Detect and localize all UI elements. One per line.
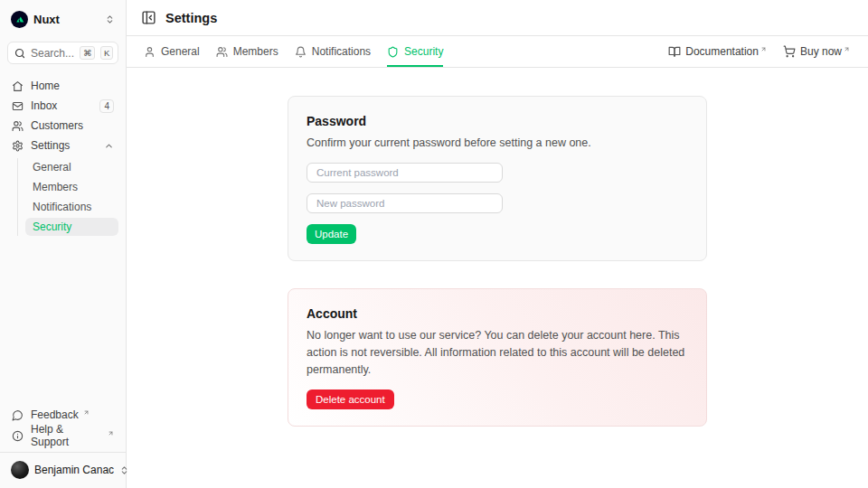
page-header: Settings <box>127 0 868 36</box>
account-card-description: No longer want to use our service? You c… <box>307 327 688 379</box>
settings-tab-bar: General Members Notifications Security <box>127 36 868 68</box>
settings-sub-list: General Members Notifications Security <box>17 158 118 236</box>
sidebar-item-label: Home <box>31 80 60 92</box>
main-panel: Settings General Members Notifications S… <box>127 0 868 488</box>
sidebar-item-members[interactable]: Members <box>25 178 118 196</box>
feedback-label: Feedback <box>31 408 79 421</box>
user-menu[interactable]: Benjamin Canac <box>7 453 118 481</box>
user-name: Benjamin Canac <box>34 464 114 476</box>
workspace-name: Nuxt <box>33 13 60 26</box>
tab-notifications[interactable]: Notifications <box>295 36 371 67</box>
tab-label: Security <box>404 45 443 58</box>
nuxt-logo-icon <box>11 11 28 28</box>
workspace-switcher[interactable]: Nuxt <box>7 7 118 31</box>
account-card-title: Account <box>307 306 688 321</box>
current-password-input[interactable] <box>307 163 503 183</box>
search-input[interactable]: Search... ⌘ K <box>7 42 118 64</box>
sidebar-footer: Feedback Help & Support <box>7 405 118 445</box>
sidebar: Nuxt Search... ⌘ K Home Inbox 4 <box>0 0 127 488</box>
external-link-icon <box>844 46 850 52</box>
chevron-up-down-icon <box>105 14 115 24</box>
shopping-cart-icon <box>783 45 796 58</box>
sidebar-nav: Home Inbox 4 Customers Settings <box>7 77 118 236</box>
sidebar-item-general[interactable]: General <box>25 158 118 176</box>
book-open-icon <box>668 45 681 58</box>
sidebar-item-notifications[interactable]: Notifications <box>25 198 118 216</box>
search-icon <box>14 48 25 59</box>
message-circle-icon <box>12 409 24 421</box>
info-circle-icon <box>12 430 24 442</box>
inbox-icon <box>12 100 24 112</box>
tab-security[interactable]: Security <box>387 36 443 67</box>
sidebar-item-label: Customers <box>31 119 83 132</box>
tab-label: Notifications <box>312 45 371 58</box>
home-icon <box>12 80 24 92</box>
tab-members[interactable]: Members <box>216 36 278 67</box>
sidebar-toggle-button[interactable] <box>141 10 156 25</box>
settings-security-content: Password Confirm your current password b… <box>127 68 868 488</box>
sidebar-item-home[interactable]: Home <box>7 77 118 95</box>
buy-now-link[interactable]: Buy now <box>783 36 850 67</box>
header-links: Documentation Buy now <box>668 36 850 67</box>
tab-label: Members <box>233 45 278 58</box>
sidebar-item-label: General <box>33 161 71 174</box>
kbd-cmd: ⌘ <box>80 46 95 60</box>
update-password-button[interactable]: Update <box>307 224 356 244</box>
users-icon <box>216 46 228 58</box>
password-card: Password Confirm your current password b… <box>288 96 707 261</box>
documentation-label: Documentation <box>685 45 759 58</box>
sidebar-item-label: Members <box>33 181 78 193</box>
search-placeholder: Search... <box>31 47 74 60</box>
sidebar-item-label: Notifications <box>33 201 91 213</box>
shield-icon <box>387 46 399 58</box>
password-card-title: Password <box>307 114 688 128</box>
user-icon <box>144 46 156 58</box>
gear-icon <box>12 140 24 152</box>
feedback-link[interactable]: Feedback <box>7 405 118 424</box>
chevron-up-icon <box>104 141 114 151</box>
password-card-description: Confirm your current password before set… <box>307 135 688 152</box>
bell-icon <box>295 46 307 58</box>
users-icon <box>12 120 24 132</box>
buy-now-label: Buy now <box>800 45 842 58</box>
delete-account-button[interactable]: Delete account <box>307 389 394 409</box>
external-link-icon <box>83 409 90 416</box>
tab-general[interactable]: General <box>144 36 200 67</box>
avatar <box>11 461 29 479</box>
page-title: Settings <box>165 11 217 25</box>
external-link-icon <box>108 430 114 436</box>
sidebar-item-security[interactable]: Security <box>25 218 118 236</box>
sidebar-spacer <box>7 236 118 405</box>
sidebar-item-customers[interactable]: Customers <box>7 117 118 135</box>
account-card: Account No longer want to use our servic… <box>288 288 707 427</box>
help-support-label: Help & Support <box>31 423 103 448</box>
external-link-icon <box>760 46 767 52</box>
sidebar-item-inbox[interactable]: Inbox 4 <box>7 97 118 115</box>
kbd-k: K <box>100 46 113 60</box>
tab-label: General <box>161 45 200 58</box>
sidebar-item-label: Settings <box>31 139 70 152</box>
new-password-input[interactable] <box>307 193 503 213</box>
inbox-count-badge: 4 <box>99 99 114 113</box>
sidebar-item-settings[interactable]: Settings <box>7 136 118 155</box>
documentation-link[interactable]: Documentation <box>668 36 767 67</box>
sidebar-item-label: Inbox <box>31 99 57 112</box>
help-support-link[interactable]: Help & Support <box>7 426 118 445</box>
sidebar-item-label: Security <box>33 221 71 233</box>
